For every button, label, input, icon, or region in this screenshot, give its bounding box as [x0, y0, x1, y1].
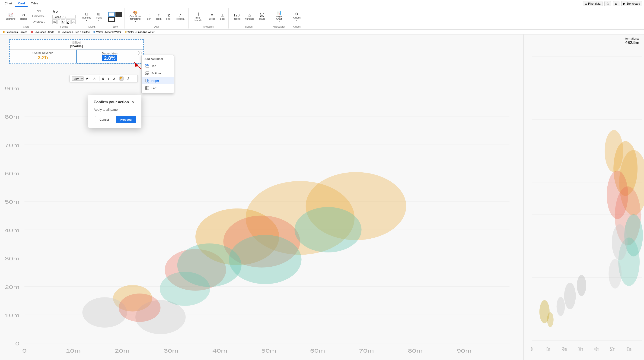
position-dropdown-arrow: ▾ [44, 21, 45, 23]
text-style-row: B I U A̲ A [52, 19, 75, 24]
data-group-label: Data [154, 25, 159, 28]
legend-dot-0 [3, 31, 5, 33]
style-shapes-row1 [108, 12, 122, 17]
cancel-button[interactable]: Cancel [95, 116, 113, 123]
split-button[interactable]: ⊥ Split [218, 12, 226, 21]
legend-item-2: Beverages - Tea & Coffee [58, 30, 90, 33]
legend-label-1: Beverages - Soda [34, 30, 54, 33]
formula-button[interactable]: ƒ Formula [174, 12, 186, 21]
trellis-button[interactable]: ⊞ Trellis ▾ [94, 11, 104, 22]
style-filled-btn[interactable] [116, 12, 122, 17]
rotate-button[interactable]: ↻ Rotate [18, 12, 28, 21]
legend-dot-3 [94, 31, 95, 33]
ribbon-group-format: A A Segoe UI ▾ B I U A̲ A [50, 8, 78, 28]
series-button[interactable]: ≡ Series [207, 12, 217, 21]
aggregation-group-label: Aggregation [273, 25, 285, 28]
insight-chart-button[interactable]: 📊 Insight Chart ▾ [272, 10, 286, 24]
image-button[interactable]: 🖼 Image [257, 12, 267, 21]
ribbon-group-design: 123 Presets Δ Variance 🖼 Image Design [228, 8, 269, 28]
design-group-label: Design [245, 25, 252, 28]
actions-icon: ⚙ [295, 12, 298, 16]
legend-item-4: Water - Sparkling Water [125, 30, 154, 33]
variance-button[interactable]: Δ Variance [244, 12, 256, 21]
actions-button[interactable]: ⚙ Actions ▾ [292, 11, 302, 22]
conditional-formatting-icon: 🎨 [133, 11, 138, 14]
fit-mode-button[interactable]: ⊡ Fit mode ▾ [80, 11, 93, 22]
ribbon-group-style: ▾ Style [106, 8, 124, 28]
storyboard-icon: ▶ [623, 2, 626, 5]
measures-group-content: ∫ Insert formula ≡ Series ⊥ Split [191, 8, 226, 25]
format-group-label: Format [60, 25, 68, 28]
style-shapes-row2: ▾ [108, 17, 122, 22]
style-outline-btn[interactable] [108, 17, 115, 22]
style-dropdown-arrow: ▾ [116, 18, 116, 20]
dialog-body: Apply to all panel [94, 108, 136, 111]
fit-mode-icon: ⊡ [85, 12, 88, 16]
font-color-button[interactable]: A [72, 19, 75, 24]
conditional-formatting-button[interactable]: 🎨 Conditional formatting ▾ [127, 10, 144, 24]
format-controls: A A Segoe UI ▾ B I U A̲ A [52, 9, 75, 24]
tab-chart[interactable]: Chart [2, 0, 15, 7]
style-square-btn[interactable] [108, 12, 115, 17]
dialog-close-button[interactable]: ✕ [130, 99, 136, 105]
actions-group-label: Actions [293, 25, 301, 28]
trellis-icon: ⊞ [97, 12, 100, 16]
ribbon: Chart Card Table ⊞ Pivot data ⚗ ⊞ ▶ Stor… [0, 0, 644, 30]
elements-button[interactable]: Elements ▾ [30, 13, 48, 19]
font-selector[interactable]: Segoe UI ▾ [52, 15, 75, 19]
series-icon: ≡ [211, 13, 213, 17]
layout-group-content: ⊡ Fit mode ▾ ⊞ Trellis ▾ [80, 8, 104, 25]
presets-button[interactable]: 123 Presets [231, 12, 242, 21]
filter-icon-btn[interactable]: ⚗ [604, 1, 611, 6]
tab-card[interactable]: Card [15, 0, 28, 7]
ribbon-top-right: ⊞ Pivot data ⚗ ⊞ ▶ Storyboard [583, 1, 642, 6]
insert-formula-button[interactable]: ∫ Insert formula [191, 11, 206, 22]
legend-item-0: Beverages - Juices [3, 30, 27, 33]
legend-label-4: Water - Sparkling Water [128, 30, 154, 33]
layout-group-label: Layout [88, 25, 95, 28]
top-n-button[interactable]: ⤒ Top n [154, 12, 163, 21]
legend-dot-1 [31, 31, 33, 33]
highlight-button[interactable]: A̲ [66, 19, 70, 24]
position-button[interactable]: Position ▾ [30, 19, 48, 25]
storyboard-button[interactable]: ▶ Storyboard [621, 1, 642, 6]
legend-item-3: Water - Mineral Water [94, 30, 121, 33]
format-group-content: A A Segoe UI ▾ B I U A̲ A [52, 8, 75, 25]
ribbon-group-chart: 📈 Sparkline ↻ Rotate KPI Elements ▾ [2, 8, 50, 28]
font-decrease-icon[interactable]: A [56, 10, 58, 14]
elements-dropdown-arrow: ▾ [44, 15, 46, 17]
bold-button[interactable]: B [52, 19, 56, 24]
grid-icon-btn[interactable]: ⊞ [613, 1, 620, 6]
rotate-icon: ↻ [22, 13, 25, 17]
filter-button[interactable]: ⧖ Filter [164, 12, 173, 21]
underline-button[interactable]: U [61, 19, 65, 24]
insight-dropdown-arrow: ▾ [279, 21, 280, 23]
chart-group-content: 📈 Sparkline ↻ Rotate KPI Elements ▾ [4, 8, 48, 25]
data-group-content: 🎨 Conditional formatting ▾ ↕ Sort ⤒ Top … [127, 8, 186, 25]
ribbon-group-measures: ∫ Insert formula ≡ Series ⊥ Split Measur… [189, 8, 229, 28]
insert-formula-icon: ∫ [198, 12, 199, 16]
aggregation-group-content: 📊 Insight Chart ▾ [272, 8, 286, 25]
proceed-button[interactable]: Proceed [116, 116, 136, 123]
legend-bar: Beverages - Juices Beverages - Soda Beve… [0, 30, 644, 34]
italic-button[interactable]: I [58, 19, 60, 24]
ribbon-group-data: 🎨 Conditional formatting ▾ ↕ Sort ⤒ Top … [124, 8, 189, 28]
main-content: [$Title] [$Value] Overall Revenue 3.2b D… [0, 34, 644, 360]
kpi-button[interactable]: KPI [30, 8, 48, 13]
sparkline-button[interactable]: 📈 Sparkline [4, 12, 17, 21]
legend-dot-4 [125, 31, 126, 33]
pivot-data-button[interactable]: ⊞ Pivot data [583, 1, 602, 6]
legend-dot-2 [58, 31, 60, 33]
font-increase-icon[interactable]: A [52, 9, 55, 14]
actions-dropdown-arrow: ▾ [296, 19, 297, 21]
dialog-overlay: Confirm your action ✕ Apply to all panel… [0, 34, 644, 360]
trellis-dropdown-arrow: ▾ [98, 19, 99, 21]
image-icon: 🖼 [260, 13, 264, 17]
filter-btn-icon: ⧖ [168, 13, 170, 17]
sort-button[interactable]: ↕ Sort [145, 12, 153, 21]
tab-table[interactable]: Table [28, 0, 41, 7]
ribbon-tab-row: Chart Card Table ⊞ Pivot data ⚗ ⊞ ▶ Stor… [0, 0, 644, 7]
pivot-icon: ⊞ [585, 2, 587, 5]
style-group-content: ▾ [108, 8, 122, 25]
sort-icon: ↕ [148, 13, 150, 17]
